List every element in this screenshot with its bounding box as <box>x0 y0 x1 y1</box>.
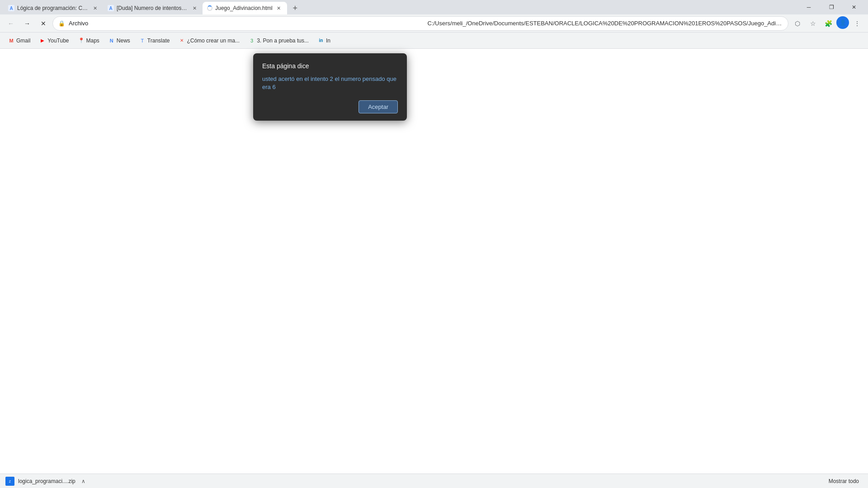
address-security-icon: 🔒 <box>58 20 65 27</box>
tab-2[interactable]: A [Duda] Numero de intentos | Ló... ✕ <box>103 2 203 14</box>
bookmark-gmail[interactable]: M Gmail <box>5 36 34 46</box>
bookmark-news-icon: N <box>108 38 115 44</box>
address-url: C:/Users/meli_/OneDrive/Documents/ESTEBA… <box>428 20 783 27</box>
tab-3-spinner <box>207 5 212 11</box>
toolbar-actions: ⬡ ☆ 🧩 👤 ⋮ <box>790 16 864 31</box>
bookmark-in-label: In <box>326 38 330 44</box>
restore-button[interactable]: ❐ <box>821 0 842 14</box>
bookmark-gmail-icon: M <box>8 38 14 44</box>
bookmark-news-label: News <box>117 38 130 44</box>
minimize-button[interactable]: ─ <box>798 0 819 14</box>
bookmark-in[interactable]: in In <box>314 36 334 46</box>
bookmark-gmail-label: Gmail <box>16 38 30 44</box>
bookmark-news[interactable]: N News <box>105 36 134 46</box>
profile-button[interactable]: 👤 <box>836 16 849 29</box>
new-tab-button[interactable]: + <box>289 2 302 14</box>
tab-1-title: Lógica de programación: Conce... <box>17 5 89 11</box>
forward-button[interactable]: → <box>20 16 34 31</box>
tab-2-title: [Duda] Numero de intentos | Ló... <box>117 5 188 11</box>
bookmark-youtube-icon: ▶ <box>39 38 46 44</box>
bookmark-maps[interactable]: 📍 Maps <box>75 36 103 46</box>
bookmark-maps-icon: 📍 <box>78 38 85 44</box>
download-chevron[interactable]: ∧ <box>79 477 88 486</box>
bookmarks-bar: M Gmail ▶ YouTube 📍 Maps N News T Transl… <box>0 33 868 49</box>
bookmark-translate[interactable]: T Translate <box>136 36 174 46</box>
title-bar: A Lógica de programación: Conce... ✕ A [… <box>0 0 868 14</box>
address-bar[interactable]: 🔒 Archivo C:/Users/meli_/OneDrive/Docume… <box>52 16 788 31</box>
download-item: Z logica_programaci....zip ∧ <box>5 477 88 486</box>
download-file-icon: Z <box>5 477 14 486</box>
svg-text:Z: Z <box>9 480 11 483</box>
bookmark-como-crear-icon: ✕ <box>179 38 185 44</box>
bookmark-pon-prueba-label: 3. Pon a prueba tus... <box>257 38 309 44</box>
bookmark-translate-icon: T <box>139 38 146 44</box>
download-filename: logica_programaci....zip <box>18 478 75 484</box>
cast-button[interactable]: ⬡ <box>790 16 805 31</box>
tab-3-title: Juego_Adivinacion.html <box>215 5 273 11</box>
window-controls: ─ ❐ ✕ <box>798 0 864 14</box>
bookmark-in-icon: in <box>318 38 324 44</box>
reload-button[interactable]: ✕ <box>36 16 51 31</box>
toolbar: ← → ✕ 🔒 Archivo C:/Users/meli_/OneDrive/… <box>0 14 868 33</box>
alert-dialog: Esta página dice usted acertó en el inte… <box>253 53 407 121</box>
tab-3-close[interactable]: ✕ <box>275 5 283 12</box>
bookmark-como-crear-label: ¿Cómo crear un ma... <box>187 38 240 44</box>
bookmark-button[interactable]: ☆ <box>806 16 820 31</box>
tab-1-favicon: A <box>8 5 14 11</box>
menu-button[interactable]: ⋮ <box>850 16 864 31</box>
close-button[interactable]: ✕ <box>844 0 864 14</box>
bookmark-maps-label: Maps <box>86 38 99 44</box>
main-content: Esta página dice usted acertó en el inte… <box>0 49 868 474</box>
dialog-title: Esta página dice <box>262 62 398 70</box>
bookmark-translate-label: Translate <box>147 38 170 44</box>
dialog-accept-button[interactable]: Aceptar <box>359 100 398 113</box>
address-prefix: Archivo <box>69 20 424 27</box>
bookmark-pon-prueba-icon: 3 <box>249 38 255 44</box>
show-all-button[interactable]: Mostrar todo <box>825 476 863 486</box>
tab-3[interactable]: Juego_Adivinacion.html ✕ <box>203 2 287 14</box>
dialog-message: usted acertó en el intento 2 el numero p… <box>262 75 398 91</box>
bookmark-pon-prueba[interactable]: 3 3. Pon a prueba tus... <box>245 36 312 46</box>
tab-2-close[interactable]: ✕ <box>191 5 198 12</box>
tab-1[interactable]: A Lógica de programación: Conce... ✕ <box>4 2 103 14</box>
bookmark-youtube[interactable]: ▶ YouTube <box>36 36 72 46</box>
bookmark-youtube-label: YouTube <box>47 38 69 44</box>
status-bar: Z logica_programaci....zip ∧ Mostrar tod… <box>0 474 868 488</box>
back-button[interactable]: ← <box>4 16 18 31</box>
bookmark-como-crear[interactable]: ✕ ¿Cómo crear un ma... <box>175 36 243 46</box>
tab-2-favicon: A <box>108 5 114 11</box>
extensions-button[interactable]: 🧩 <box>821 16 835 31</box>
tab-1-close[interactable]: ✕ <box>91 5 99 12</box>
dialog-footer: Aceptar <box>262 100 398 113</box>
dialog-overlay: Esta página dice usted acertó en el inte… <box>0 49 868 474</box>
tab-strip: A Lógica de programación: Conce... ✕ A [… <box>4 0 798 14</box>
